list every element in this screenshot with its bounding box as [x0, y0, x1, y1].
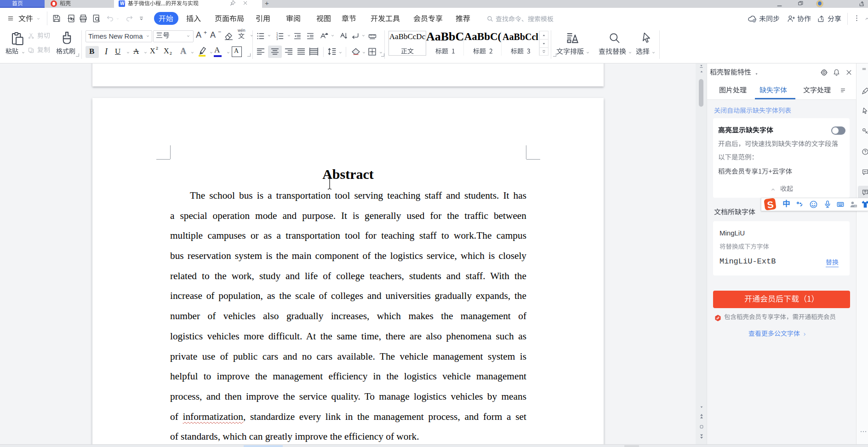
svg-text:3: 3	[276, 37, 278, 40]
svg-text:21: 21	[854, 205, 857, 207]
